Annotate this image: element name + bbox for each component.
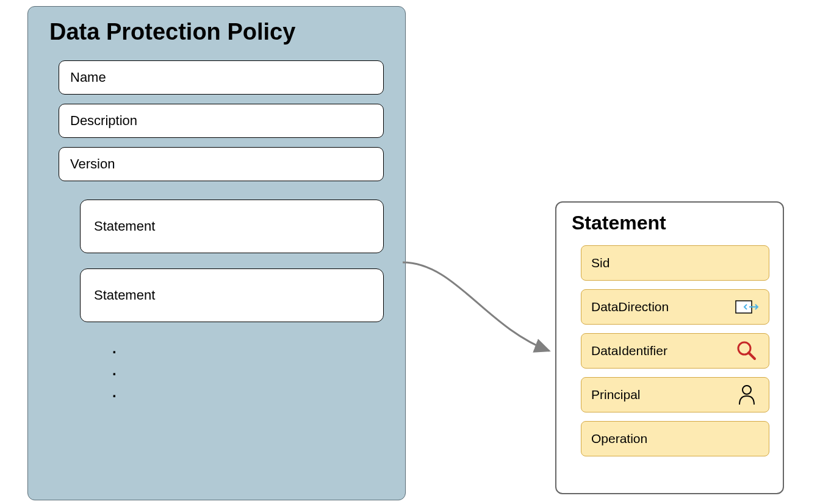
field-description: Description: [59, 104, 384, 138]
magnifier-icon: [735, 339, 759, 363]
person-icon: [735, 383, 759, 407]
statement-field-label: DataIdentifier: [591, 344, 667, 358]
svg-line-4: [749, 353, 755, 359]
dot: .: [112, 359, 387, 381]
statement-box-2: Statement: [80, 268, 384, 322]
data-direction-icon: [735, 295, 759, 319]
ellipsis-dots: . . .: [112, 337, 387, 403]
statement-field-dataidentifier: DataIdentifier: [581, 333, 769, 369]
statement-field-sid: Sid: [581, 245, 769, 281]
statement-field-label: Principal: [591, 387, 641, 402]
statement-box-1: Statement: [80, 200, 384, 253]
statement-field-label: Sid: [591, 256, 610, 270]
statement-title: Statement: [572, 212, 771, 234]
statement-field-datadirection: DataDirection: [581, 289, 769, 325]
statement-field-principal: Principal: [581, 377, 769, 412]
connector-arrow-icon: [400, 253, 564, 363]
field-version: Version: [59, 147, 384, 181]
statement-field-label: Operation: [591, 431, 647, 446]
statement-field-operation: Operation: [581, 421, 769, 456]
dot: .: [112, 381, 387, 403]
policy-container: Data Protection Policy Name Description …: [27, 6, 406, 500]
policy-title: Data Protection Policy: [49, 19, 387, 45]
statement-detail-container: Statement Sid DataDirection DataIdentifi…: [555, 201, 784, 494]
field-name: Name: [59, 60, 384, 95]
dot: .: [112, 337, 387, 359]
statement-field-label: DataDirection: [591, 300, 669, 314]
svg-point-5: [743, 386, 751, 394]
